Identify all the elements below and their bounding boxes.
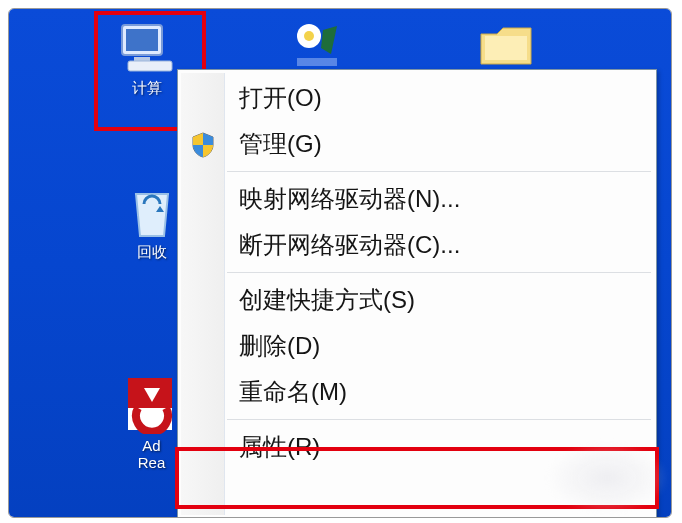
menu-item-delete[interactable]: 删除(D) xyxy=(225,323,653,369)
menu-item-create-shortcut[interactable]: 创建快捷方式(S) xyxy=(225,277,653,323)
menu-item-manage[interactable]: 管理(G) xyxy=(225,121,653,167)
menu-item-label: 映射网络驱动器(N)... xyxy=(239,183,460,215)
menu-item-open[interactable]: 打开(O) xyxy=(225,75,653,121)
menu-item-map-network-drive[interactable]: 映射网络驱动器(N)... xyxy=(225,176,653,222)
menu-item-label: 断开网络驱动器(C)... xyxy=(239,229,460,261)
uac-shield-icon xyxy=(189,131,217,159)
svg-rect-7 xyxy=(485,36,527,60)
desktop-background: 计算 回收 xyxy=(9,9,672,518)
flower-icon xyxy=(289,19,349,73)
menu-item-label: 管理(G) xyxy=(239,128,322,160)
menu-item-label: 重命名(M) xyxy=(239,376,347,408)
menu-separator xyxy=(227,419,651,420)
menu-item-label: 删除(D) xyxy=(239,330,320,362)
menu-separator xyxy=(227,171,651,172)
svg-rect-6 xyxy=(297,58,337,66)
svg-point-5 xyxy=(304,31,314,41)
menu-item-disconnect-network-drive[interactable]: 断开网络驱动器(C)... xyxy=(225,222,653,268)
watermark-blur xyxy=(547,443,667,513)
recycle-bin-icon xyxy=(122,185,182,239)
menu-item-label: 创建快捷方式(S) xyxy=(239,284,415,316)
menu-item-label: 打开(O) xyxy=(239,82,322,114)
folder-icon xyxy=(477,19,537,73)
menu-item-rename[interactable]: 重命名(M) xyxy=(225,369,653,415)
menu-separator xyxy=(227,272,651,273)
adobe-reader-icon xyxy=(122,379,182,433)
